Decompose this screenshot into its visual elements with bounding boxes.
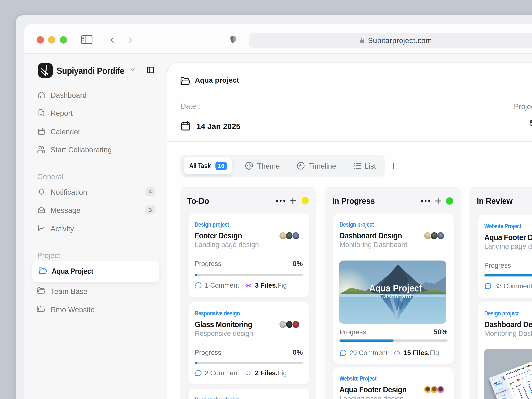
svg-text:Aqua Project: Aqua Project	[369, 283, 422, 293]
svg-text:Dashboard: Dashboard	[379, 293, 412, 300]
